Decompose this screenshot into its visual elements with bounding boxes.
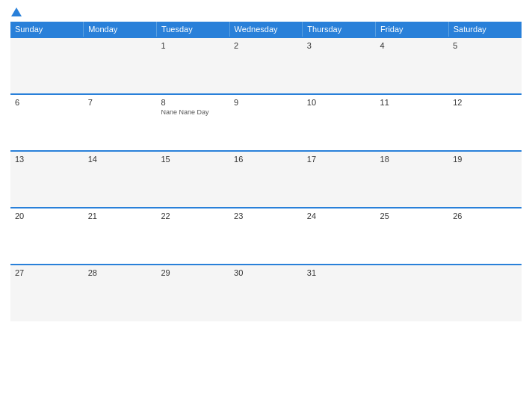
calendar-cell: 29 xyxy=(156,265,229,321)
day-number: 10 xyxy=(307,98,371,107)
day-number: 9 xyxy=(234,98,298,107)
weekday-header-row: SundayMondayTuesdayWednesdayThursdayFrid… xyxy=(10,22,522,37)
calendar-cell: 9 xyxy=(229,94,303,151)
week-row-1: 678Nane Nane Day9101112 xyxy=(10,94,522,151)
day-number: 17 xyxy=(307,155,371,164)
day-number: 22 xyxy=(161,211,225,220)
week-row-4: 2728293031 xyxy=(10,265,522,321)
calendar-cell: 19 xyxy=(448,151,522,208)
day-number: 19 xyxy=(453,155,517,164)
calendar-header: SundayMondayTuesdayWednesdayThursdayFrid… xyxy=(10,22,522,37)
calendar-cell: 12 xyxy=(448,94,522,151)
calendar-cell: 27 xyxy=(10,265,84,321)
day-number: 15 xyxy=(161,155,225,164)
calendar-cell xyxy=(84,37,157,94)
calendar-cell: 24 xyxy=(303,208,376,265)
day-number: 29 xyxy=(161,268,225,277)
day-number: 27 xyxy=(15,268,79,277)
calendar-cell: 13 xyxy=(10,151,84,208)
day-number: 3 xyxy=(307,41,371,50)
calendar-cell: 20 xyxy=(10,208,84,265)
calendar-cell: 28 xyxy=(84,265,157,321)
logo xyxy=(10,7,22,17)
weekday-header-friday: Friday xyxy=(376,22,449,37)
day-number: 23 xyxy=(234,211,298,220)
calendar-cell: 6 xyxy=(10,94,84,151)
day-number: 13 xyxy=(15,155,79,164)
calendar-cell: 10 xyxy=(303,94,376,151)
calendar-cell: 31 xyxy=(303,265,376,321)
day-number: 5 xyxy=(453,41,517,50)
calendar-cell: 14 xyxy=(84,151,157,208)
calendar-cell: 16 xyxy=(229,151,303,208)
day-number: 12 xyxy=(453,98,517,107)
day-number: 8 xyxy=(161,98,225,107)
logo-triangle-icon xyxy=(11,7,22,16)
calendar-cell: 1 xyxy=(156,37,229,94)
day-number: 14 xyxy=(88,155,152,164)
day-number: 1 xyxy=(161,41,225,50)
calendar-cell: 11 xyxy=(376,94,449,151)
week-row-0: 12345 xyxy=(10,37,522,94)
day-number: 21 xyxy=(88,211,152,220)
calendar-cell: 25 xyxy=(376,208,449,265)
calendar-cell xyxy=(10,37,84,94)
calendar-cell: 3 xyxy=(303,37,376,94)
calendar-page: SundayMondayTuesdayWednesdayThursdayFrid… xyxy=(0,0,532,411)
day-number: 4 xyxy=(380,41,445,50)
calendar-cell: 15 xyxy=(156,151,229,208)
weekday-header-thursday: Thursday xyxy=(303,22,376,37)
day-number: 6 xyxy=(15,98,79,107)
day-number: 31 xyxy=(307,268,371,277)
calendar-table: SundayMondayTuesdayWednesdayThursdayFrid… xyxy=(10,22,522,321)
weekday-header-wednesday: Wednesday xyxy=(229,22,303,37)
calendar-cell: 5 xyxy=(448,37,522,94)
weekday-header-monday: Monday xyxy=(84,22,157,37)
day-number: 20 xyxy=(15,211,79,220)
week-row-3: 20212223242526 xyxy=(10,208,522,265)
calendar-cell: 18 xyxy=(376,151,449,208)
day-number: 26 xyxy=(453,211,517,220)
calendar-cell xyxy=(448,265,522,321)
day-number: 2 xyxy=(234,41,298,50)
day-number: 11 xyxy=(380,98,445,107)
calendar-cell: 7 xyxy=(84,94,157,151)
calendar-cell: 4 xyxy=(376,37,449,94)
weekday-header-sunday: Sunday xyxy=(10,22,84,37)
day-number: 25 xyxy=(380,211,445,220)
calendar-cell: 26 xyxy=(448,208,522,265)
calendar-cell: 23 xyxy=(229,208,303,265)
holiday-label: Nane Nane Day xyxy=(161,108,225,116)
calendar-cell: 30 xyxy=(229,265,303,321)
day-number: 16 xyxy=(234,155,298,164)
day-number: 18 xyxy=(380,155,445,164)
week-row-2: 13141516171819 xyxy=(10,151,522,208)
calendar-body: 12345678Nane Nane Day9101112131415161718… xyxy=(10,37,522,321)
header xyxy=(10,7,522,17)
day-number: 7 xyxy=(88,98,152,107)
calendar-cell: 8Nane Nane Day xyxy=(156,94,229,151)
day-number: 28 xyxy=(88,268,152,277)
calendar-cell: 21 xyxy=(84,208,157,265)
weekday-header-tuesday: Tuesday xyxy=(156,22,229,37)
calendar-cell: 22 xyxy=(156,208,229,265)
calendar-cell: 2 xyxy=(229,37,303,94)
day-number: 30 xyxy=(234,268,298,277)
weekday-header-saturday: Saturday xyxy=(448,22,522,37)
day-number: 24 xyxy=(307,211,371,220)
calendar-cell xyxy=(376,265,449,321)
calendar-cell: 17 xyxy=(303,151,376,208)
